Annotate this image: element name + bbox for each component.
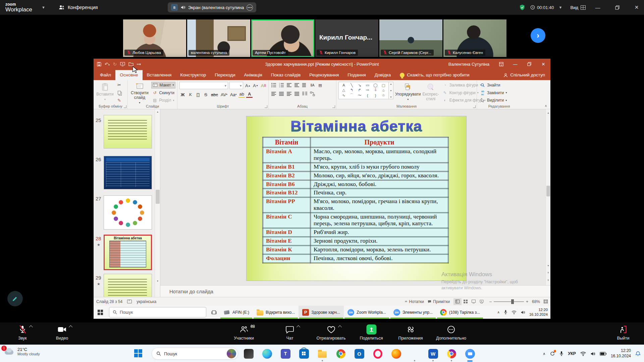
update-sync-icon[interactable] <box>550 351 555 356</box>
align-left-icon[interactable] <box>271 90 277 97</box>
tray-chevron-icon[interactable]: ∧ <box>543 352 545 356</box>
language-indicator[interactable]: УКР <box>568 351 576 356</box>
shadow-button[interactable]: abc <box>210 91 219 98</box>
caret-up-icon[interactable] <box>338 325 341 329</box>
taskbar-app-chrome[interactable] <box>335 348 346 359</box>
thumbnails-scroll-thumb[interactable] <box>156 190 160 204</box>
align-right-icon[interactable] <box>286 90 292 97</box>
justify-icon[interactable] <box>294 90 300 97</box>
font-dialog-launcher-icon[interactable] <box>265 105 267 108</box>
next-slide-button[interactable]: ⇟ <box>546 278 551 283</box>
participant-tile[interactable]: валентина сутулина <box>187 19 250 57</box>
tab-Переходи[interactable]: Переходи <box>210 70 239 80</box>
tab-Анімація[interactable]: Анімація <box>239 70 266 80</box>
share-access-button[interactable]: Спільний доступ <box>503 70 545 80</box>
shape-triangle-icon[interactable]: △ <box>342 88 345 92</box>
shared-taskbar-app[interactable]: (108) Тарілка з... <box>436 306 484 319</box>
slideshow-view-button[interactable] <box>478 298 486 305</box>
toolbar-mic-muted-button[interactable]: Звук <box>18 325 27 341</box>
spellcheck-icon[interactable] <box>127 300 132 303</box>
font-size-select[interactable]: ▾ <box>229 82 243 89</box>
slide-scroll-thumb[interactable] <box>546 186 550 196</box>
collapse-ribbon-icon[interactable]: ∧ <box>545 104 547 108</box>
format-painter-icon[interactable]: ✎ <box>116 97 122 104</box>
save-icon[interactable] <box>97 62 101 66</box>
toolbar-chat-button[interactable]: Чат <box>286 325 294 341</box>
tab-Файл[interactable]: Файл <box>96 70 115 80</box>
reading-view-button[interactable] <box>470 298 478 305</box>
zoom-out-icon[interactable]: – <box>489 299 492 304</box>
volume-icon[interactable] <box>590 352 595 356</box>
scroll-down-icon[interactable]: ▼ <box>155 279 160 284</box>
text-direction-icon[interactable]: ⦀A <box>309 82 316 88</box>
normal-view-button[interactable] <box>453 298 462 305</box>
select-button[interactable]: Виділити▾ <box>479 97 508 104</box>
numbering-icon[interactable]: 123 <box>278 82 285 88</box>
taskbar-app-word[interactable]: W <box>428 348 438 359</box>
clear-formatting-icon[interactable]: A <box>260 82 267 89</box>
bold-button[interactable]: Ж <box>179 91 186 98</box>
slide-scrollbar[interactable]: ▲ ▼ ⇞ ⇟ <box>545 109 550 285</box>
shape-rounded-rect-icon[interactable]: ▢ <box>382 83 385 87</box>
ppt-close-button[interactable]: ✕ <box>536 59 550 69</box>
change-case-button[interactable]: Aa▾ <box>229 91 237 98</box>
tab-Вставлення[interactable]: Вставлення <box>143 70 176 80</box>
tab-Показ слайдів[interactable]: Показ слайдів <box>267 70 305 80</box>
shape-textbox-icon[interactable]: A <box>342 83 345 87</box>
taskbar-clock[interactable]: 12:20 16.10.2024 <box>611 348 631 359</box>
shape-brace-right-icon[interactable]: } <box>375 94 376 98</box>
shared-volume-icon[interactable] <box>521 310 525 314</box>
shape-curve-icon[interactable]: 〜 <box>358 93 362 98</box>
clipboard-dialog-launcher-icon[interactable] <box>124 105 126 108</box>
replace-button[interactable]: abacЗамінити▾ <box>479 89 508 96</box>
taskbar-app-edge[interactable] <box>262 348 272 359</box>
toolbar-heart-button[interactable]: Отреагировать <box>316 325 345 341</box>
align-center-icon[interactable] <box>278 90 285 97</box>
zoom-percentage[interactable]: 68% <box>532 299 540 304</box>
slide-thumbnail-28[interactable]: Вітамінна абетка <box>104 235 152 270</box>
share-pill-more-icon[interactable]: ••• <box>247 4 253 11</box>
strikethrough-button[interactable]: S <box>203 91 209 98</box>
taskbar-search-box[interactable]: Пошук <box>152 348 238 360</box>
increase-font-icon[interactable]: A▲ <box>245 82 251 89</box>
drawing-dialog-launcher-icon[interactable] <box>473 105 476 108</box>
caret-up-icon[interactable] <box>297 325 300 329</box>
taskbar-app-outlook[interactable]: O <box>354 348 365 359</box>
participant-tile[interactable]: Любов Царьова <box>123 19 186 57</box>
font-color-icon[interactable]: А <box>246 91 253 98</box>
fit-slide-icon[interactable] <box>544 300 548 303</box>
cut-icon[interactable]: ✂ <box>116 82 122 88</box>
smartart-icon[interactable] <box>309 90 316 97</box>
line-spacing-icon[interactable] <box>302 82 308 88</box>
shapes-gallery-scroll[interactable]: ▲▼▼ <box>389 82 393 99</box>
shared-search-box[interactable]: Пошук <box>109 307 206 317</box>
caret-up-icon[interactable] <box>29 325 33 329</box>
taskbar-app-photos[interactable] <box>243 348 254 359</box>
taskbar-app-chrome-media[interactable] <box>446 348 457 359</box>
meeting-tab[interactable]: Конференция <box>59 5 98 10</box>
participant-tile[interactable]: Артем Пустовойт <box>251 19 314 57</box>
shape-right-arrow-icon[interactable]: ⇨ <box>366 88 369 92</box>
notification-bell-icon[interactable] <box>635 351 641 357</box>
slide-thumbnail-29[interactable] <box>104 274 152 297</box>
battery-icon[interactable] <box>600 352 606 356</box>
language-status[interactable]: українська <box>137 299 156 304</box>
copy-icon[interactable] <box>116 89 122 96</box>
wifi-icon[interactable] <box>580 352 586 356</box>
shape-pentagon-icon[interactable]: ⌂ <box>382 88 385 92</box>
reset-button[interactable]: ↺Скинути <box>151 89 175 96</box>
ribbon-display-options-icon[interactable] <box>494 59 508 69</box>
weather-widget[interactable]: 1 21°C Mostly cloudy <box>3 347 40 356</box>
slide-scroll-down-icon[interactable]: ▼ <box>546 263 551 268</box>
shared-taskbar-app[interactable]: zmЭлементы упр... <box>390 306 436 319</box>
decrease-font-icon[interactable]: A▼ <box>252 82 259 89</box>
qat-customize-icon[interactable]: ═▾ <box>137 62 141 66</box>
tab-Довідка[interactable]: Довідка <box>370 70 395 80</box>
shape-oval-icon[interactable]: ◯ <box>373 83 377 87</box>
shared-clock[interactable]: 12:20 16.10.2024 <box>529 308 548 317</box>
new-slide-button[interactable]: Створити слайд ▾ <box>130 82 150 104</box>
next-participants-button[interactable]: › <box>531 28 545 43</box>
paste-button[interactable]: Вставити ▾ <box>96 82 114 104</box>
shape-scribble-icon[interactable]: ∿ <box>342 93 345 98</box>
participant-tile[interactable]: Кирилл Гончар...Кирилл Гончаров <box>315 19 378 57</box>
